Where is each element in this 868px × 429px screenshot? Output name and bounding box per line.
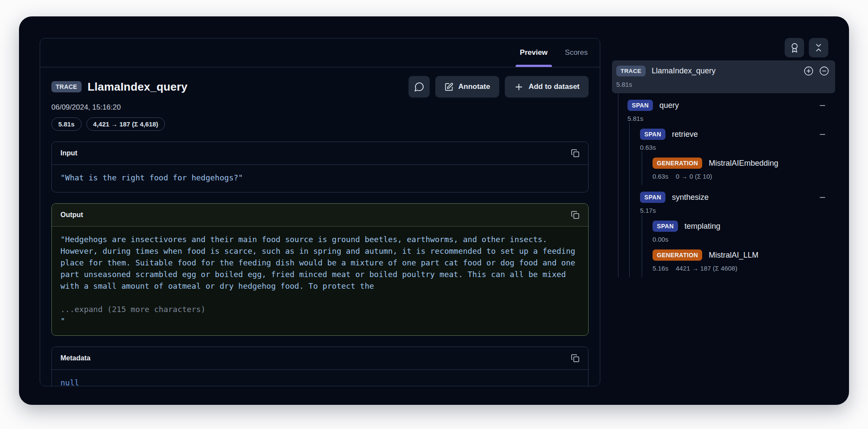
- tree-node-retrieve[interactable]: SPAN retrieve 0.63s: [640, 122, 835, 151]
- trace-detail-card: Preview Scores TRACE LlamaIndex_query: [40, 38, 600, 386]
- add-to-dataset-button[interactable]: Add to dataset: [505, 76, 589, 98]
- expand-link[interactable]: ...expand (215 more characters): [60, 303, 580, 315]
- node-duration: 0.63s: [640, 144, 656, 151]
- node-duration: 5.81s: [627, 115, 643, 122]
- node-token-usage: 0 → 0 (Σ 10): [676, 173, 712, 180]
- minus-icon: [818, 193, 827, 202]
- comment-icon: [414, 82, 424, 92]
- tree-node-mistralai-embedding[interactable]: GENERATION MistralAIEmbedding 0.63s 0 → …: [653, 151, 835, 180]
- retrieve-children: GENERATION MistralAIEmbedding 0.63s 0 → …: [642, 151, 835, 185]
- tree-node-synthesize[interactable]: SPAN synthesize 5.17s: [640, 185, 835, 214]
- output-section-title: Output: [60, 211, 83, 219]
- tree-node-trace[interactable]: TRACE LlamaIndex_query 5.81s: [612, 60, 835, 93]
- copy-metadata-button[interactable]: [571, 354, 580, 363]
- trace-timestamp: 06/09/2024, 15:16:20: [51, 103, 589, 112]
- node-duration: 0.63s: [653, 173, 668, 180]
- input-content: "What is the right food for hedgehogs?": [52, 165, 588, 192]
- synthesize-children: SPAN templating 0.00s GENERATION Mistral…: [642, 214, 835, 277]
- copy-icon: [571, 211, 580, 219]
- metadata-section: Metadata null: [51, 347, 589, 386]
- span-badge: SPAN: [653, 221, 678, 232]
- generation-badge: GENERATION: [653, 249, 702, 261]
- tree-node-templating[interactable]: SPAN templating 0.00s: [653, 214, 835, 243]
- expand-all-button[interactable]: [804, 66, 814, 76]
- node-name: MistralAIEmbedding: [709, 159, 778, 168]
- span-badge: SPAN: [640, 192, 665, 203]
- panel-controls: [785, 38, 828, 57]
- tree-node-mistralai-llm[interactable]: GENERATION MistralAI_LLM 5.16s 4421 → 18…: [653, 243, 835, 272]
- annotate-button-label: Annotate: [458, 82, 490, 91]
- metadata-section-title: Metadata: [60, 354, 90, 362]
- tab-scores-label: Scores: [565, 48, 588, 57]
- span-badge: SPAN: [627, 100, 653, 111]
- tab-preview[interactable]: Preview: [519, 38, 548, 67]
- tab-scores[interactable]: Scores: [564, 38, 589, 67]
- minus-icon: [818, 101, 827, 110]
- token-usage-pill: 4,421 → 187 (Σ 4,618): [86, 117, 165, 131]
- circle-minus-icon: [819, 66, 829, 76]
- trace-type-badge: TRACE: [51, 81, 82, 92]
- trace-node-name: LlamaIndex_query: [652, 66, 716, 76]
- plus-icon: [514, 82, 524, 92]
- tree-node-query[interactable]: SPAN query 5.81s: [627, 93, 835, 122]
- copy-input-button[interactable]: [571, 149, 580, 158]
- node-name: query: [659, 101, 679, 110]
- award-icon: [789, 43, 800, 53]
- trace-children: SPAN query 5.81s SPAN retrieve: [618, 93, 835, 277]
- tab-preview-label: Preview: [520, 48, 548, 57]
- tabs-bar: Preview Scores: [40, 38, 600, 67]
- metadata-content: null: [52, 370, 588, 386]
- latency-pill: 5.81s: [51, 117, 82, 131]
- node-token-usage: 4421 → 187 (Σ 4608): [676, 265, 738, 272]
- collapse-node-button[interactable]: [818, 130, 827, 139]
- annotate-button[interactable]: Annotate: [435, 76, 499, 98]
- copy-icon: [571, 354, 580, 363]
- collapse-icon: [814, 43, 824, 53]
- add-to-dataset-label: Add to dataset: [529, 82, 580, 91]
- query-children: SPAN retrieve 0.63s GENERA: [629, 122, 835, 277]
- node-duration: 5.16s: [653, 265, 668, 272]
- trace-header: TRACE LlamaIndex_query Annotate: [40, 67, 600, 131]
- collapse-node-button[interactable]: [818, 101, 827, 110]
- collapse-button[interactable]: [809, 38, 828, 57]
- input-section-title: Input: [60, 149, 77, 157]
- output-closing-quote: ": [60, 315, 580, 327]
- minus-icon: [818, 130, 827, 139]
- node-name: retrieve: [672, 130, 698, 139]
- node-name: templating: [684, 222, 720, 231]
- comment-button[interactable]: [409, 76, 430, 98]
- output-section: Output "Hedgehogs are insectivores and t…: [51, 203, 589, 336]
- output-content: "Hedgehogs are insectivores and their ma…: [60, 233, 580, 292]
- award-button[interactable]: [785, 38, 804, 57]
- copy-output-button[interactable]: [571, 211, 580, 219]
- node-duration: 0.00s: [653, 236, 668, 243]
- generation-badge: GENERATION: [653, 158, 702, 169]
- input-section: Input "What is the right food for hedgeh…: [51, 142, 589, 192]
- node-duration: 5.17s: [640, 207, 656, 214]
- circle-plus-icon: [804, 66, 814, 76]
- collapse-node-button[interactable]: [818, 193, 827, 202]
- copy-icon: [571, 149, 580, 158]
- trace-badge: TRACE: [616, 66, 646, 76]
- collapse-all-button[interactable]: [819, 66, 829, 76]
- active-tab-underline: [516, 65, 552, 67]
- span-badge: SPAN: [640, 129, 665, 140]
- observation-tree-panel: TRACE LlamaIndex_query 5.81s: [612, 60, 835, 277]
- annotate-icon: [444, 82, 453, 91]
- node-name: synthesize: [672, 193, 709, 202]
- trace-duration: 5.81s: [616, 81, 829, 88]
- page-title: LlamaIndex_query: [88, 80, 188, 94]
- app-window: Preview Scores TRACE LlamaIndex_query: [19, 16, 849, 405]
- node-name: MistralAI_LLM: [709, 251, 758, 260]
